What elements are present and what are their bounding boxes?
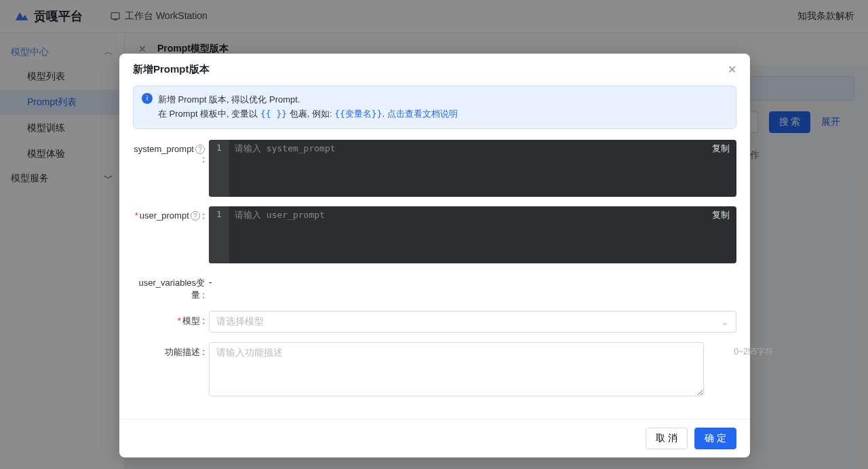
line-number: 1 — [209, 206, 229, 263]
user-prompt-label: *user_prompt? : — [133, 206, 209, 221]
chevron-down-icon: ⌄ — [721, 316, 729, 327]
doc-link[interactable]: 点击查看文档说明 — [387, 109, 458, 119]
desc-label: 功能描述 : — [133, 342, 209, 358]
line-number: 1 — [209, 140, 229, 197]
ok-button[interactable]: 确 定 — [694, 428, 736, 449]
modal-info-box: i 新增 Prompt 版本, 得以优化 Prompt. 在 Prompt 模板… — [133, 86, 736, 129]
cancel-button[interactable]: 取 消 — [646, 428, 688, 449]
modal-title: 新增Prompt版本 — [133, 63, 210, 76]
model-label: *模型 : — [133, 311, 209, 327]
user-variables-value: - — [209, 273, 736, 288]
char-count-hint: 0~255字符 — [734, 346, 773, 358]
system-prompt-editor[interactable]: 1 请输入 system_prompt 复制 — [209, 140, 736, 197]
user-variables-label: user_variables变量 : — [133, 273, 209, 301]
copy-button[interactable]: 复制 — [712, 209, 730, 221]
add-prompt-modal: 新增Prompt版本 ✕ i 新增 Prompt 版本, 得以优化 Prompt… — [119, 54, 750, 457]
user-prompt-editor[interactable]: 1 请输入 user_prompt 复制 — [209, 206, 736, 263]
system-prompt-label: system_prompt? : — [133, 140, 209, 165]
help-icon[interactable]: ? — [195, 145, 205, 154]
copy-button[interactable]: 复制 — [712, 143, 730, 155]
model-select[interactable]: 请选择模型 ⌄ — [209, 311, 736, 333]
modal-close-icon[interactable]: ✕ — [728, 63, 736, 76]
desc-textarea[interactable] — [209, 342, 704, 396]
help-icon[interactable]: ? — [191, 211, 200, 221]
info-icon: i — [142, 93, 153, 104]
